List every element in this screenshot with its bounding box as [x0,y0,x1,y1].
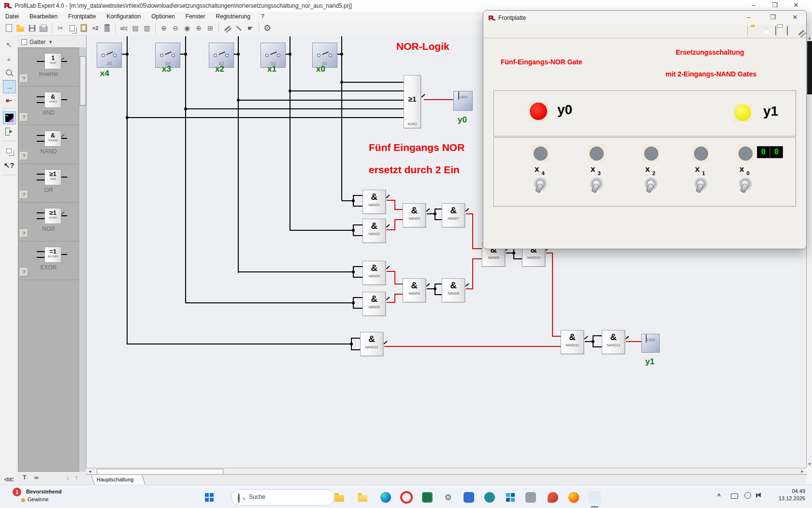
x4-toggle-switch[interactable] [534,178,547,190]
taskbar-app-opera[interactable] [400,491,413,504]
gate-nand12[interactable]: &NAND12 [561,330,584,354]
palette-header[interactable]: Gatter ▼ [18,36,86,47]
menu-konfiguration[interactable]: Konfiguration [101,13,146,20]
zoom-out-icon[interactable]: ⊖ [170,23,181,33]
menu-fenster[interactable]: Fenster [180,13,211,20]
gate-nand7[interactable]: &NAND7 [442,203,465,227]
start-button[interactable] [203,491,216,504]
taskbar-app-firefox[interactable] [567,491,580,504]
frontplatte-maximize-button[interactable]: ❒ [765,13,781,22]
help-button[interactable]: ? [20,75,28,83]
taskbar-app-file-explorer[interactable] [333,491,346,504]
maximize-button[interactable]: ❒ [767,0,783,11]
cut-icon[interactable]: ✂ [55,23,66,33]
vscroll-thumb[interactable] [807,41,812,94]
x2-toggle-switch[interactable] [645,178,657,190]
grid-large-icon[interactable]: ▥ [141,23,153,33]
context-help-icon[interactable]: ↖? [3,159,15,171]
led2-component[interactable]: LED2 [641,334,660,353]
new-file-icon[interactable] [3,23,14,33]
io-terminal-icon[interactable] [3,125,15,137]
gate-nand3[interactable]: &NAND3 [403,203,426,227]
taskbar-app-profilab[interactable] [588,491,601,504]
taskbar-app-edge[interactable] [379,491,392,504]
palette-item-inverter[interactable]: 1INV0 Inverter ? [18,47,79,87]
canvas-vscrollbar[interactable]: ▲ ▼ [806,35,812,468]
minimize-button[interactable]: – [745,0,762,11]
help-button[interactable]: ? [20,268,28,276]
scroll-right-icon[interactable]: ► [800,469,804,474]
snap-point-icon[interactable]: + [3,53,15,65]
frontplatte-minimize-button[interactable]: – [740,13,757,22]
help-button[interactable]: ? [20,113,28,121]
gate-nand13[interactable]: &NAND13 [602,330,625,354]
tray-display-icon[interactable] [731,493,738,500]
simulate-tools-icon[interactable] [798,27,807,35]
zoom-fit-icon[interactable]: ⊞ [204,23,216,33]
tray-volume-icon[interactable] [757,492,761,499]
collapse-panel-button[interactable]: ⋘ [3,473,15,485]
print-icon[interactable] [775,27,784,35]
scroll-up-icon[interactable]: ▲ [808,36,812,40]
switch-s5[interactable]: S5 [97,43,122,68]
gate-nand6[interactable]: &NAND6 [403,278,426,302]
cascade-windows-icon[interactable] [3,145,15,157]
hand-tool-icon[interactable]: ☛ [245,23,256,33]
help-button[interactable]: ? [20,191,28,199]
palette-item-nand[interactable]: &NAND0 NAND ? [18,125,79,164]
text-tool-button[interactable]: T [23,474,26,481]
frontplatte-titlebar[interactable]: PL Frontplatte – ❒ ✕ [483,11,806,25]
zoom-in-icon[interactable]: ⊕ [158,23,170,33]
gate-nor1[interactable]: ≥1NOR1 [404,75,421,128]
menu-bearbeiten[interactable]: Bearbeiten [24,13,63,20]
move-up-button[interactable]: ↑ [75,474,78,481]
palette-item-nor[interactable]: ≥1NOR0 NOR ? [18,202,79,241]
menu-optionen[interactable]: Optionen [146,13,180,20]
x3-toggle-switch[interactable] [590,178,603,190]
canvas-hscrollbar[interactable]: ◄ ► [86,468,806,475]
open-folder-icon[interactable] [14,23,26,33]
x0-toggle-switch[interactable] [739,178,752,190]
gate-nand2[interactable]: &NAND2 [362,219,386,243]
select-cursor-icon[interactable]: ↖ [3,39,15,51]
delete-trash-icon[interactable] [101,23,113,33]
menu-datei[interactable]: Datei [0,13,24,20]
run-forward-icon[interactable]: → [3,80,16,93]
find-tool-button[interactable]: ∞ [34,474,39,481]
print-icon[interactable] [38,23,49,33]
menu-help[interactable]: ? [256,13,270,20]
palette-item-exor[interactable]: =1EXOR0 EXOR ? [18,241,79,280]
menu-frontplatte[interactable]: Frontplatte [63,13,101,20]
taskbar-app-office[interactable] [504,491,517,504]
palette-scrollbar[interactable] [79,47,86,472]
tray-network-icon[interactable] [744,492,751,500]
close-button[interactable]: ✕ [788,0,804,11]
palette-item-or[interactable]: ≥1OR0 OR ? [18,164,79,203]
tab-hauptschaltung[interactable]: Hauptschaltung [93,475,143,485]
help-button[interactable]: ? [20,229,28,238]
zoom-selection-icon[interactable]: ⊕ [193,23,204,33]
scroll-down-icon[interactable]: ▼ [808,462,812,466]
grid-small-icon[interactable]: ▤ [130,23,141,33]
scroll-left-icon[interactable]: ◄ [88,469,92,474]
taskbar-app-teal[interactable] [483,491,496,504]
paste-icon[interactable] [787,27,796,35]
open-folder-icon[interactable] [751,27,760,35]
copy-icon[interactable] [66,23,78,33]
zoom-lens-icon[interactable] [3,66,15,78]
zoom-actual-icon[interactable]: ◉ [181,23,193,33]
taskbar-app-mail[interactable] [547,491,559,504]
gate-nand1[interactable]: &NAND1 [362,190,386,214]
taskbar-app-folder[interactable] [356,491,369,504]
help-button[interactable]: ? [20,152,28,160]
search-box[interactable]: Suche [231,489,334,506]
text-tool-icon[interactable]: ab| [118,23,130,33]
duplicate-x2-icon[interactable]: ×2 [89,23,101,33]
led1-component[interactable]: LED1 [453,91,473,111]
paste-icon[interactable] [78,23,89,33]
menu-registrierung[interactable]: Registrierung [211,13,256,20]
save-icon[interactable] [763,27,772,35]
palette-scroll-thumb[interactable] [80,56,86,105]
gate-nand5[interactable]: &NAND5 [362,292,386,316]
gate-nand11[interactable]: &NAND11 [360,332,383,356]
